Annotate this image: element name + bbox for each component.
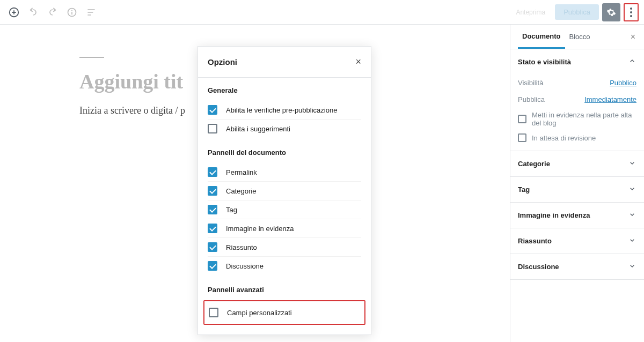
options-document-panels-title: Pannelli del documento: [208, 148, 361, 157]
panel-tags: Tag: [510, 177, 644, 203]
more-menu-button[interactable]: [624, 3, 639, 21]
option-tags: Tag: [208, 200, 361, 219]
chevron-down-icon: [628, 159, 636, 169]
tab-document[interactable]: Documento: [518, 25, 565, 49]
chevron-down-icon: [628, 236, 636, 246]
option-discussion-checkbox[interactable]: [208, 261, 217, 271]
settings-button[interactable]: [602, 3, 620, 21]
option-featured-label: Immagine in evidenza: [226, 225, 294, 233]
publish-row: Pubblica Immediatamente: [518, 91, 636, 108]
panel-categories-header[interactable]: Categorie: [510, 151, 644, 176]
redo-button[interactable]: [44, 4, 61, 21]
option-permalink-checkbox[interactable]: [208, 167, 217, 177]
panel-featured-image: Immagine in evidenza: [510, 203, 644, 228]
panel-excerpt: Riassunto: [510, 228, 644, 254]
option-enable-tips: Abilita i suggerimenti: [208, 120, 361, 138]
panel-tags-header[interactable]: Tag: [510, 177, 644, 202]
option-custom-fields: Campi personalizzati: [204, 303, 364, 322]
outline-button[interactable]: [83, 4, 100, 21]
option-categories: Categorie: [208, 182, 361, 200]
option-custom-fields-label: Campi personalizzati: [227, 309, 292, 317]
stick-to-top-checkbox[interactable]: [518, 115, 526, 123]
option-excerpt-checkbox[interactable]: [208, 242, 217, 252]
option-excerpt: Riassunto: [208, 238, 361, 257]
main-area: Aggiungi tit Inizia a scrivere o digita …: [0, 25, 644, 342]
svg-point-2: [71, 10, 72, 11]
undo-button[interactable]: [25, 4, 42, 21]
toolbar-right: Anteprima Pubblica: [509, 3, 639, 21]
visibility-row: Visibilità Pubblico: [518, 75, 636, 91]
sidebar-close-button[interactable]: ×: [627, 25, 639, 49]
option-custom-fields-checkbox[interactable]: [209, 308, 218, 317]
panel-tags-title: Tag: [518, 185, 530, 194]
option-tags-label: Tag: [226, 206, 237, 214]
panel-discussion-title: Discussione: [518, 263, 559, 271]
options-advanced-panels-title: Pannelli avanzati: [208, 286, 361, 294]
panel-featured-image-title: Immagine in evidenza: [518, 211, 590, 219]
option-tips-checkbox[interactable]: [208, 124, 217, 133]
visibility-value-link[interactable]: Pubblico: [610, 79, 636, 87]
option-featured-image: Immagine in evidenza: [208, 219, 361, 238]
panel-status-visibility: Stato e visibilità Visibilità Pubblico P…: [510, 49, 644, 151]
pending-review-row: In attesa di revisione: [518, 130, 636, 145]
svg-rect-3: [71, 12, 72, 14]
preview-button[interactable]: Anteprima: [509, 5, 552, 19]
add-block-button[interactable]: [5, 4, 23, 21]
options-modal: Opzioni × Generale Abilita le verifiche …: [197, 46, 371, 335]
settings-sidebar: Documento Blocco × Stato e visibilità Vi…: [510, 25, 644, 342]
panel-discussion: Discussione: [510, 254, 644, 280]
panel-categories-title: Categorie: [518, 160, 550, 168]
options-advanced-panels-section: Pannelli avanzati Campi personalizzati: [198, 277, 371, 334]
svg-point-4: [630, 8, 632, 10]
top-toolbar: Anteprima Pubblica: [0, 0, 644, 25]
toolbar-left: [5, 4, 100, 21]
svg-point-6: [630, 15, 632, 17]
option-categories-label: Categorie: [226, 187, 256, 195]
option-tags-checkbox[interactable]: [208, 205, 217, 214]
option-discussion-label: Discussione: [226, 262, 264, 270]
sidebar-tabs: Documento Blocco ×: [510, 25, 644, 49]
visibility-label: Visibilità: [518, 79, 543, 87]
panel-status-title: Stato e visibilità: [518, 58, 571, 66]
chevron-down-icon: [628, 210, 636, 220]
info-button[interactable]: [63, 4, 80, 21]
option-prepublish-label: Abilita le verifiche pre-pubblicazione: [226, 106, 337, 114]
option-permalink-label: Permalink: [226, 168, 257, 176]
stick-to-top-label: Metti in evidenza nella parte alta del b…: [532, 111, 636, 127]
chevron-down-icon: [628, 262, 636, 272]
title-accent-line: [79, 57, 104, 58]
panel-excerpt-header[interactable]: Riassunto: [510, 228, 644, 254]
option-custom-fields-highlight: Campi personalizzati: [203, 300, 365, 325]
panel-excerpt-title: Riassunto: [518, 237, 552, 245]
option-excerpt-label: Riassunto: [226, 243, 257, 251]
options-modal-close-button[interactable]: ×: [355, 56, 361, 68]
option-tips-label: Abilita i suggerimenti: [226, 125, 290, 133]
options-document-panels-section: Pannelli del documento Permalink Categor…: [198, 140, 371, 277]
option-prepublish-checks: Abilita le verifiche pre-pubblicazione: [208, 101, 361, 120]
option-permalink: Permalink: [208, 163, 361, 182]
options-modal-header: Opzioni ×: [198, 47, 371, 77]
pending-review-label: In attesa di revisione: [532, 134, 596, 142]
pending-review-checkbox[interactable]: [518, 133, 526, 142]
publish-button[interactable]: Pubblica: [555, 4, 599, 20]
options-modal-title: Opzioni: [208, 57, 237, 66]
chevron-down-icon: [628, 184, 636, 195]
publish-value-link[interactable]: Immediatamente: [584, 95, 636, 103]
option-discussion: Discussione: [208, 257, 361, 275]
svg-point-5: [630, 11, 632, 13]
option-prepublish-checkbox[interactable]: [208, 105, 217, 115]
tab-block[interactable]: Blocco: [565, 25, 595, 49]
panel-featured-image-header[interactable]: Immagine in evidenza: [510, 203, 644, 228]
stick-to-top-row: Metti in evidenza nella parte alta del b…: [518, 108, 636, 130]
panel-discussion-header[interactable]: Discussione: [510, 254, 644, 279]
panel-status-header[interactable]: Stato e visibilità: [510, 49, 644, 75]
panel-categories: Categorie: [510, 151, 644, 177]
options-general-title: Generale: [208, 86, 361, 94]
publish-label: Pubblica: [518, 95, 545, 103]
option-categories-checkbox[interactable]: [208, 186, 217, 196]
panel-status-body: Visibilità Pubblico Pubblica Immediatame…: [510, 75, 644, 151]
options-general-section: Generale Abilita le verifiche pre-pubbli…: [198, 78, 371, 140]
chevron-up-icon: [628, 57, 636, 67]
option-featured-checkbox[interactable]: [208, 224, 217, 233]
